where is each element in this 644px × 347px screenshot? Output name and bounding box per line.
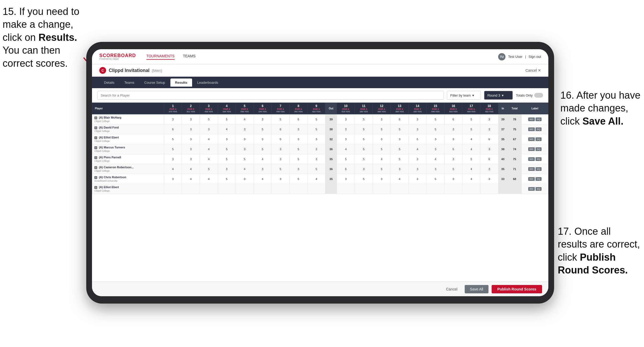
hole-14-score[interactable]: 5	[409, 134, 427, 144]
hole-2-score[interactable]: 3	[182, 124, 200, 134]
hole-2-score[interactable]: 4	[182, 174, 200, 184]
hole-16-score[interactable]: 3	[444, 174, 462, 184]
hole-12-score[interactable]: 3	[373, 134, 391, 144]
hole-17-score[interactable]: 4	[462, 144, 480, 154]
hole-10-score[interactable]: 3	[337, 134, 355, 144]
tab-details[interactable]: Details	[99, 79, 119, 87]
hole-8-score[interactable]: 5	[289, 154, 307, 164]
hole-2-score[interactable]: 3	[182, 114, 200, 124]
hole-8-score[interactable]: 6	[289, 114, 307, 124]
hole-9-score[interactable]: 3	[307, 134, 325, 144]
hole-18-score[interactable]: 6	[480, 154, 498, 164]
hole-10-score[interactable]: 4	[337, 144, 355, 154]
hole-14-score[interactable]: 3	[409, 114, 427, 124]
hole-10-score[interactable]	[337, 184, 355, 194]
hole-1-score[interactable]: 3	[164, 154, 182, 164]
hole-18-score[interactable]: 6	[480, 134, 498, 144]
hole-1-score[interactable]: 3	[164, 114, 182, 124]
hole-5-score[interactable]: 4	[236, 164, 254, 174]
hole-4-score[interactable]: 4	[218, 124, 236, 134]
hole-18-score[interactable]: 3	[480, 164, 498, 174]
hole-5-score[interactable]: 3	[236, 134, 254, 144]
hole-7-score[interactable]: 5	[272, 134, 290, 144]
hole-4-score[interactable]: 3	[218, 134, 236, 144]
round-dropdown[interactable]: Round 3 ▾	[484, 91, 513, 100]
player-name[interactable]: (A) Elliot Ebert	[99, 186, 119, 189]
hole-9-score[interactable]: 4	[307, 174, 325, 184]
hole-14-score[interactable]: 3	[409, 154, 427, 164]
hole-12-score[interactable]	[373, 184, 391, 194]
cancel-action-button[interactable]: Cancel	[442, 285, 462, 293]
hole-15-score[interactable]: 3	[427, 164, 445, 174]
hole-13-score[interactable]: 3	[390, 164, 409, 174]
wd-button[interactable]: WD	[528, 187, 535, 191]
cancel-tournament-button[interactable]: Cancel ✕	[526, 68, 541, 72]
dq-button[interactable]: DQ	[536, 147, 542, 151]
player-name[interactable]: (A) Chris Robertson	[99, 176, 126, 179]
hole-1-score[interactable]: 3	[164, 174, 182, 184]
player-name[interactable]: (A) Piers Parnell	[99, 156, 121, 159]
hole-10-score[interactable]: 6	[337, 164, 355, 174]
player-name[interactable]: (A) Blair McHarg	[99, 116, 121, 119]
hole-4-score[interactable]: 3	[218, 164, 236, 174]
hole-14-score[interactable]: 3	[409, 124, 427, 134]
hole-8-score[interactable]: 5	[289, 174, 307, 184]
wd-button[interactable]: WD	[528, 167, 535, 171]
dq-button[interactable]: DQ	[536, 127, 542, 131]
wd-button[interactable]: WD	[528, 147, 535, 151]
hole-1-score[interactable]	[164, 184, 182, 194]
hole-6-score[interactable]: 3	[254, 164, 272, 174]
hole-18-score[interactable]: 3	[480, 114, 498, 124]
hole-5-score[interactable]: 4	[236, 114, 254, 124]
hole-10-score[interactable]: 3	[337, 124, 355, 134]
hole-15-score[interactable]: 4	[427, 154, 445, 164]
hole-17-score[interactable]: 4	[462, 164, 480, 174]
player-name[interactable]: (A) Elliot Ebert	[99, 136, 119, 139]
hole-3-score[interactable]: 5	[200, 114, 218, 124]
hole-6-score[interactable]: 5	[254, 124, 272, 134]
hole-15-score[interactable]: 5	[427, 124, 445, 134]
hole-3-score[interactable]: 5	[200, 164, 218, 174]
hole-13-score[interactable]: 5	[390, 124, 409, 134]
hole-15-score[interactable]: 5	[427, 114, 445, 124]
hole-6-score[interactable]: 4	[254, 154, 272, 164]
hole-5-score[interactable]: 5	[236, 154, 254, 164]
hole-13-score[interactable]: 5	[390, 144, 409, 154]
hole-16-score[interactable]: 3	[444, 124, 462, 134]
publish-round-scores-button[interactable]: Publish Round Scores	[492, 285, 542, 293]
hole-8-score[interactable]	[289, 184, 307, 194]
hole-1-score[interactable]: 6	[164, 124, 182, 134]
wd-button[interactable]: WD	[528, 157, 535, 161]
hole-5-score[interactable]	[236, 184, 254, 194]
hole-5-score[interactable]: 3	[236, 144, 254, 154]
hole-12-score[interactable]: 3	[373, 114, 391, 124]
hole-3-score[interactable]: 4	[200, 144, 218, 154]
hole-8-score[interactable]: 5	[289, 144, 307, 154]
hole-7-score[interactable]: 5	[272, 114, 290, 124]
hole-9-score[interactable]	[307, 184, 325, 194]
dq-button[interactable]: DQ	[536, 157, 542, 161]
hole-9-score[interactable]: 5	[307, 114, 325, 124]
hole-6-score[interactable]: 4	[254, 174, 272, 184]
hole-12-score[interactable]: 5	[373, 164, 391, 174]
hole-15-score[interactable]: 3	[427, 134, 445, 144]
hole-13-score[interactable]: 6	[390, 114, 409, 124]
tab-course-setup[interactable]: Course Setup	[140, 79, 170, 87]
hole-18-score[interactable]: 3	[480, 174, 498, 184]
hole-2-score[interactable]: 3	[182, 134, 200, 144]
hole-5-score[interactable]: 3	[236, 124, 254, 134]
hole-11-score[interactable]: 5	[355, 124, 373, 134]
hole-3-score[interactable]	[200, 184, 218, 194]
player-name[interactable]: (A) David Ford	[99, 126, 119, 129]
hole-2-score[interactable]: 3	[182, 154, 200, 164]
hole-18-score[interactable]: 3	[480, 124, 498, 134]
hole-9-score[interactable]: 5	[307, 164, 325, 174]
dq-button[interactable]: DQ	[536, 167, 542, 171]
hole-5-score[interactable]: 3	[236, 174, 254, 184]
hole-17-score[interactable]: 4	[462, 134, 480, 144]
wd-button[interactable]: WD	[528, 177, 535, 181]
hole-4-score[interactable]	[218, 184, 236, 194]
hole-14-score[interactable]: 3	[409, 164, 427, 174]
hole-18-score[interactable]: 3	[480, 144, 498, 154]
hole-11-score[interactable]: 5	[355, 154, 373, 164]
